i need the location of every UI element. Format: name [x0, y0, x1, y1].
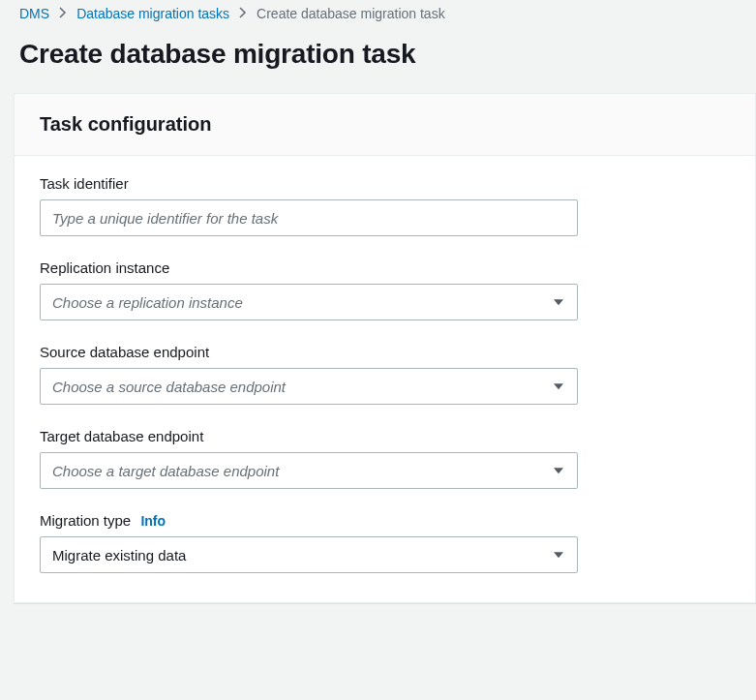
source-endpoint-group: Source database endpoint Choose a source… [40, 344, 730, 405]
breadcrumb-current: Create database migration task [257, 6, 445, 21]
replication-instance-label: Replication instance [40, 259, 730, 276]
replication-instance-select[interactable]: Choose a replication instance [40, 284, 578, 320]
task-identifier-group: Task identifier [40, 175, 730, 236]
source-endpoint-select[interactable]: Choose a source database endpoint [40, 368, 578, 405]
migration-type-label: Migration type Info [40, 512, 730, 529]
source-endpoint-label: Source database endpoint [40, 344, 730, 360]
migration-type-select[interactable]: Migrate existing data [40, 536, 578, 573]
panel-body: Task identifier Replication instance Cho… [15, 156, 755, 602]
replication-instance-placeholder: Choose a replication instance [52, 294, 243, 311]
source-endpoint-placeholder: Choose a source database endpoint [52, 379, 286, 395]
migration-type-label-text: Migration type [40, 512, 131, 529]
caret-down-icon [554, 468, 563, 473]
target-endpoint-label: Target database endpoint [40, 428, 730, 444]
task-configuration-panel: Task configuration Task identifier Repli… [14, 93, 756, 603]
breadcrumb-root-link[interactable]: DMS [19, 6, 49, 21]
target-endpoint-select[interactable]: Choose a target database endpoint [40, 452, 578, 489]
migration-type-value: Migrate existing data [52, 547, 186, 563]
breadcrumb: DMS Database migration tasks Create data… [0, 0, 756, 21]
migration-type-group: Migration type Info Migrate existing dat… [40, 512, 730, 573]
task-identifier-label: Task identifier [40, 175, 730, 192]
panel-header: Task configuration [15, 94, 755, 156]
panel-title: Task configuration [40, 113, 730, 136]
breadcrumb-tasks-link[interactable]: Database migration tasks [76, 6, 229, 21]
chevron-right-icon [239, 6, 247, 21]
target-endpoint-placeholder: Choose a target database endpoint [52, 463, 279, 479]
caret-down-icon [554, 299, 563, 305]
migration-type-info-link[interactable]: Info [140, 513, 166, 529]
caret-down-icon [554, 552, 563, 558]
target-endpoint-group: Target database endpoint Choose a target… [40, 428, 730, 489]
caret-down-icon [554, 383, 563, 389]
page-title: Create database migration task [0, 21, 756, 93]
chevron-right-icon [59, 6, 67, 21]
replication-instance-group: Replication instance Choose a replicatio… [40, 259, 730, 320]
task-identifier-input[interactable] [40, 199, 578, 236]
